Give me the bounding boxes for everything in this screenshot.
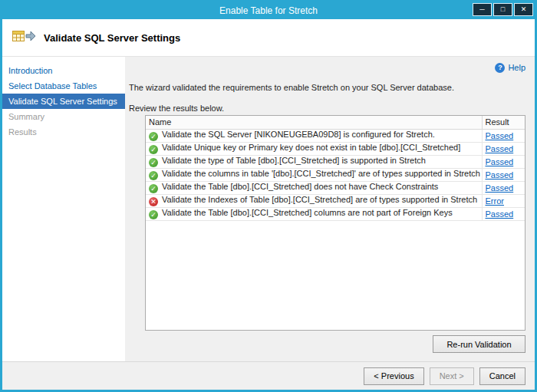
sidebar-item-validate-sql-server-settings[interactable]: Validate SQL Server Settings xyxy=(2,94,125,109)
next-button: Next > xyxy=(430,367,474,385)
validation-results-table: Name Result ✓Validate the SQL Server [NI… xyxy=(145,115,525,331)
validation-name: Validate the columns in table '[dbo].[CC… xyxy=(162,169,480,178)
result-link[interactable]: Passed xyxy=(486,144,514,153)
error-icon: ✕ xyxy=(149,197,158,206)
validation-name: Validate Unique key or Primary key does … xyxy=(162,143,460,152)
success-icon: ✓ xyxy=(149,145,158,154)
table-header-row: Name Result xyxy=(146,116,525,129)
minimize-button[interactable]: ─ xyxy=(473,3,492,16)
table-row[interactable]: ✓Validate the Table [dbo].[CCI_Stretched… xyxy=(146,207,525,220)
validation-name: Validate the SQL Server [NIKONEUGEBA09D8… xyxy=(162,130,435,139)
previous-button[interactable]: < Previous xyxy=(364,367,423,385)
validation-name: Validate the type of Table [dbo].[CCI_St… xyxy=(162,156,426,165)
intro-text: The wizard validated the requirements to… xyxy=(129,83,525,92)
cancel-button[interactable]: Cancel xyxy=(479,367,525,385)
sidebar-item-summary: Summary xyxy=(2,109,125,124)
window-controls: ─ □ ✕ xyxy=(473,3,533,16)
result-link[interactable]: Passed xyxy=(486,183,514,193)
sidebar-item-results: Results xyxy=(2,124,125,140)
help-row: ? Help xyxy=(129,61,525,74)
sidebar-item-introduction[interactable]: Introduction xyxy=(2,63,125,78)
rerun-row: Re-run Validation xyxy=(129,335,525,353)
page-title: Validate SQL Server Settings xyxy=(44,32,180,44)
sidebar-item-select-database-tables[interactable]: Select Database Tables xyxy=(2,78,125,94)
stretch-table-icon xyxy=(12,28,36,48)
wizard-steps-sidebar: Introduction Select Database Tables Vali… xyxy=(2,57,125,361)
result-link[interactable]: Passed xyxy=(486,209,514,219)
result-link[interactable]: Passed xyxy=(486,170,514,180)
titlebar: Enable Table for Stretch ─ □ ✕ xyxy=(2,2,535,19)
review-text: Review the results below. xyxy=(129,104,525,113)
validation-table-body: ✓Validate the SQL Server [NIKONEUGEBA09D… xyxy=(146,129,525,220)
success-icon: ✓ xyxy=(149,184,158,193)
help-link[interactable]: ? Help xyxy=(495,63,525,73)
table-row[interactable]: ✓Validate the type of Table [dbo].[CCI_S… xyxy=(146,155,525,168)
help-icon: ? xyxy=(495,63,505,73)
result-link[interactable]: Error xyxy=(486,196,504,206)
column-header-result: Result xyxy=(482,116,525,129)
rerun-validation-button[interactable]: Re-run Validation xyxy=(433,335,525,353)
result-link[interactable]: Passed xyxy=(486,131,514,140)
help-label: Help xyxy=(508,63,525,72)
validation-name: Validate the Table [dbo].[CCI_Stretched]… xyxy=(162,208,453,217)
success-icon: ✓ xyxy=(149,158,158,167)
validation-name: Validate the Indexes of Table [dbo].[CCI… xyxy=(162,195,477,204)
table-row[interactable]: ✓Validate the columns in table '[dbo].[C… xyxy=(146,168,525,181)
table-row[interactable]: ✓Validate the Table [dbo].[CCI_Stretched… xyxy=(146,181,525,194)
content-pane: ? Help The wizard validated the requirem… xyxy=(125,57,535,361)
table-row[interactable]: ✕Validate the Indexes of Table [dbo].[CC… xyxy=(146,194,525,207)
wizard-body: Introduction Select Database Tables Vali… xyxy=(2,57,535,361)
validation-name: Validate the Table [dbo].[CCI_Stretched]… xyxy=(162,182,438,191)
maximize-button[interactable]: □ xyxy=(493,3,512,16)
table-row[interactable]: ✓Validate Unique key or Primary key does… xyxy=(146,142,525,155)
result-link[interactable]: Passed xyxy=(486,157,514,166)
success-icon: ✓ xyxy=(149,132,158,141)
wizard-window: Enable Table for Stretch ─ □ ✕ Validate … xyxy=(0,0,537,392)
column-header-name: Name xyxy=(146,116,482,129)
table-row[interactable]: ✓Validate the SQL Server [NIKONEUGEBA09D… xyxy=(146,129,525,142)
footer-bar: < Previous Next > Cancel xyxy=(2,361,535,390)
success-icon: ✓ xyxy=(149,171,158,180)
wizard-header: Validate SQL Server Settings xyxy=(2,19,535,57)
close-button[interactable]: ✕ xyxy=(514,3,533,16)
window-title: Enable Table for Stretch xyxy=(2,5,535,16)
success-icon: ✓ xyxy=(149,210,158,219)
